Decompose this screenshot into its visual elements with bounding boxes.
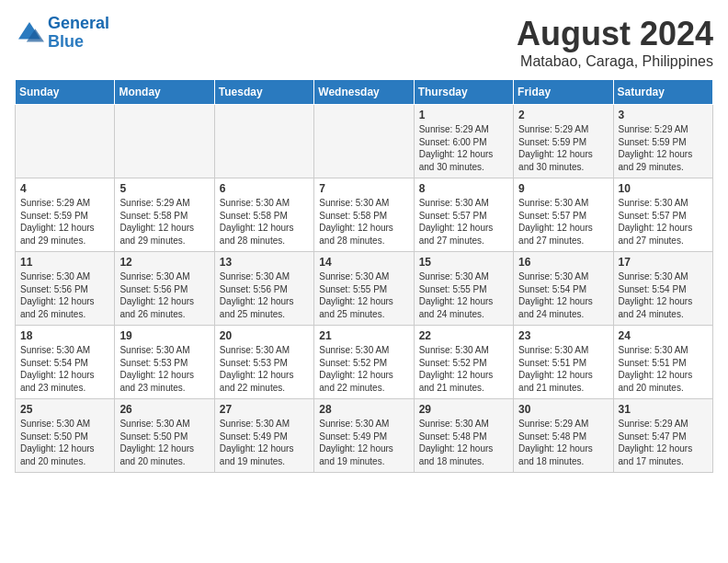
- calendar-week-row: 25Sunrise: 5:30 AM Sunset: 5:50 PM Dayli…: [16, 399, 713, 473]
- cell-content: Sunrise: 5:30 AM Sunset: 5:53 PM Dayligh…: [119, 344, 209, 394]
- calendar-cell: 15Sunrise: 5:30 AM Sunset: 5:55 PM Dayli…: [414, 252, 513, 326]
- cell-content: Sunrise: 5:30 AM Sunset: 5:50 PM Dayligh…: [20, 418, 109, 467]
- calendar-cell: 9Sunrise: 5:30 AM Sunset: 5:57 PM Daylig…: [514, 178, 613, 252]
- cell-content: Sunrise: 5:30 AM Sunset: 5:57 PM Dayligh…: [518, 197, 608, 247]
- day-number: 28: [319, 403, 408, 416]
- cell-content: Sunrise: 5:30 AM Sunset: 5:50 PM Dayligh…: [119, 418, 209, 467]
- col-header-tuesday: Tuesday: [214, 80, 313, 105]
- cell-content: Sunrise: 5:30 AM Sunset: 5:52 PM Dayligh…: [419, 344, 508, 394]
- calendar-cell: 1Sunrise: 5:29 AM Sunset: 6:00 PM Daylig…: [414, 105, 513, 178]
- calendar-cell: 10Sunrise: 5:30 AM Sunset: 5:57 PM Dayli…: [613, 178, 712, 252]
- calendar-cell: [16, 105, 115, 178]
- calendar-cell: 28Sunrise: 5:30 AM Sunset: 5:49 PM Dayli…: [314, 399, 414, 473]
- calendar-table: SundayMondayTuesdayWednesdayThursdayFrid…: [15, 79, 713, 473]
- calendar-cell: [314, 105, 414, 178]
- calendar-week-row: 11Sunrise: 5:30 AM Sunset: 5:56 PM Dayli…: [16, 252, 713, 326]
- day-number: 13: [220, 256, 309, 269]
- calendar-cell: 13Sunrise: 5:30 AM Sunset: 5:56 PM Dayli…: [214, 252, 313, 326]
- col-header-monday: Monday: [115, 80, 214, 105]
- day-number: 21: [319, 329, 408, 342]
- calendar-cell: 7Sunrise: 5:30 AM Sunset: 5:58 PM Daylig…: [314, 178, 414, 252]
- calendar-cell: 8Sunrise: 5:30 AM Sunset: 5:57 PM Daylig…: [414, 178, 513, 252]
- day-number: 4: [20, 182, 109, 195]
- cell-content: Sunrise: 5:30 AM Sunset: 5:57 PM Dayligh…: [419, 197, 508, 247]
- calendar-cell: 18Sunrise: 5:30 AM Sunset: 5:54 PM Dayli…: [16, 326, 115, 399]
- calendar-cell: 3Sunrise: 5:29 AM Sunset: 5:59 PM Daylig…: [613, 105, 712, 178]
- cell-content: Sunrise: 5:30 AM Sunset: 5:58 PM Dayligh…: [220, 197, 309, 247]
- cell-content: Sunrise: 5:30 AM Sunset: 5:57 PM Dayligh…: [619, 197, 708, 247]
- day-number: 16: [518, 256, 608, 269]
- day-number: 27: [220, 403, 309, 416]
- cell-content: Sunrise: 5:30 AM Sunset: 5:56 PM Dayligh…: [20, 270, 109, 320]
- cell-content: Sunrise: 5:30 AM Sunset: 5:49 PM Dayligh…: [319, 418, 408, 467]
- col-header-sunday: Sunday: [16, 80, 115, 105]
- cell-content: Sunrise: 5:30 AM Sunset: 5:55 PM Dayligh…: [319, 270, 408, 320]
- calendar-week-row: 1Sunrise: 5:29 AM Sunset: 6:00 PM Daylig…: [16, 105, 713, 178]
- location-subtitle: Matabao, Caraga, Philippines: [517, 53, 713, 70]
- calendar-cell: 19Sunrise: 5:30 AM Sunset: 5:53 PM Dayli…: [115, 326, 214, 399]
- calendar-cell: 12Sunrise: 5:30 AM Sunset: 5:56 PM Dayli…: [115, 252, 214, 326]
- calendar-cell: 16Sunrise: 5:30 AM Sunset: 5:54 PM Dayli…: [514, 252, 613, 326]
- cell-content: Sunrise: 5:29 AM Sunset: 5:59 PM Dayligh…: [20, 197, 109, 247]
- cell-content: Sunrise: 5:30 AM Sunset: 5:54 PM Dayligh…: [518, 270, 608, 320]
- cell-content: Sunrise: 5:30 AM Sunset: 5:52 PM Dayligh…: [319, 344, 408, 394]
- cell-content: Sunrise: 5:29 AM Sunset: 6:00 PM Dayligh…: [419, 123, 508, 173]
- day-number: 20: [220, 329, 309, 342]
- calendar-cell: 25Sunrise: 5:30 AM Sunset: 5:50 PM Dayli…: [16, 399, 115, 473]
- calendar-cell: 30Sunrise: 5:29 AM Sunset: 5:48 PM Dayli…: [514, 399, 613, 473]
- cell-content: Sunrise: 5:29 AM Sunset: 5:48 PM Dayligh…: [518, 418, 608, 467]
- cell-content: Sunrise: 5:30 AM Sunset: 5:48 PM Dayligh…: [419, 418, 508, 467]
- cell-content: Sunrise: 5:30 AM Sunset: 5:51 PM Dayligh…: [518, 344, 608, 394]
- cell-content: Sunrise: 5:29 AM Sunset: 5:58 PM Dayligh…: [119, 197, 209, 247]
- cell-content: Sunrise: 5:30 AM Sunset: 5:56 PM Dayligh…: [220, 270, 309, 320]
- calendar-week-row: 18Sunrise: 5:30 AM Sunset: 5:54 PM Dayli…: [16, 326, 713, 399]
- day-number: 9: [518, 182, 608, 195]
- day-number: 10: [619, 182, 708, 195]
- day-number: 8: [419, 182, 508, 195]
- day-number: 6: [220, 182, 309, 195]
- calendar-cell: 14Sunrise: 5:30 AM Sunset: 5:55 PM Dayli…: [314, 252, 414, 326]
- cell-content: Sunrise: 5:29 AM Sunset: 5:59 PM Dayligh…: [619, 123, 708, 173]
- day-number: 19: [119, 329, 209, 342]
- day-number: 30: [518, 403, 608, 416]
- day-number: 12: [119, 256, 209, 269]
- calendar-cell: 26Sunrise: 5:30 AM Sunset: 5:50 PM Dayli…: [115, 399, 214, 473]
- logo-text: General Blue: [48, 15, 109, 52]
- title-block: August 2024 Matabao, Caraga, Philippines: [517, 15, 713, 70]
- day-number: 29: [419, 403, 508, 416]
- day-number: 17: [619, 256, 708, 269]
- col-header-wednesday: Wednesday: [314, 80, 414, 105]
- calendar-cell: 20Sunrise: 5:30 AM Sunset: 5:53 PM Dayli…: [214, 326, 313, 399]
- day-number: 24: [619, 329, 708, 342]
- calendar-header-row: SundayMondayTuesdayWednesdayThursdayFrid…: [16, 80, 713, 105]
- calendar-cell: 24Sunrise: 5:30 AM Sunset: 5:51 PM Dayli…: [613, 326, 712, 399]
- cell-content: Sunrise: 5:30 AM Sunset: 5:54 PM Dayligh…: [20, 344, 109, 394]
- calendar-cell: 31Sunrise: 5:29 AM Sunset: 5:47 PM Dayli…: [613, 399, 712, 473]
- calendar-cell: 23Sunrise: 5:30 AM Sunset: 5:51 PM Dayli…: [514, 326, 613, 399]
- cell-content: Sunrise: 5:30 AM Sunset: 5:49 PM Dayligh…: [220, 418, 309, 467]
- calendar-cell: 11Sunrise: 5:30 AM Sunset: 5:56 PM Dayli…: [16, 252, 115, 326]
- cell-content: Sunrise: 5:30 AM Sunset: 5:58 PM Dayligh…: [319, 197, 408, 247]
- cell-content: Sunrise: 5:29 AM Sunset: 5:59 PM Dayligh…: [518, 123, 608, 173]
- cell-content: Sunrise: 5:30 AM Sunset: 5:53 PM Dayligh…: [220, 344, 309, 394]
- col-header-thursday: Thursday: [414, 80, 513, 105]
- calendar-cell: 17Sunrise: 5:30 AM Sunset: 5:54 PM Dayli…: [613, 252, 712, 326]
- calendar-cell: 2Sunrise: 5:29 AM Sunset: 5:59 PM Daylig…: [514, 105, 613, 178]
- col-header-saturday: Saturday: [613, 80, 712, 105]
- cell-content: Sunrise: 5:29 AM Sunset: 5:47 PM Dayligh…: [619, 418, 708, 467]
- calendar-week-row: 4Sunrise: 5:29 AM Sunset: 5:59 PM Daylig…: [16, 178, 713, 252]
- day-number: 15: [419, 256, 508, 269]
- calendar-cell: 5Sunrise: 5:29 AM Sunset: 5:58 PM Daylig…: [115, 178, 214, 252]
- logo-icon: [15, 18, 44, 48]
- day-number: 25: [20, 403, 109, 416]
- day-number: 18: [20, 329, 109, 342]
- day-number: 23: [518, 329, 608, 342]
- calendar-cell: 27Sunrise: 5:30 AM Sunset: 5:49 PM Dayli…: [214, 399, 313, 473]
- calendar-cell: 29Sunrise: 5:30 AM Sunset: 5:48 PM Dayli…: [414, 399, 513, 473]
- calendar-cell: 22Sunrise: 5:30 AM Sunset: 5:52 PM Dayli…: [414, 326, 513, 399]
- day-number: 14: [319, 256, 408, 269]
- cell-content: Sunrise: 5:30 AM Sunset: 5:55 PM Dayligh…: [419, 270, 508, 320]
- calendar-cell: 4Sunrise: 5:29 AM Sunset: 5:59 PM Daylig…: [16, 178, 115, 252]
- logo-line1: General: [48, 14, 109, 32]
- calendar-cell: [115, 105, 214, 178]
